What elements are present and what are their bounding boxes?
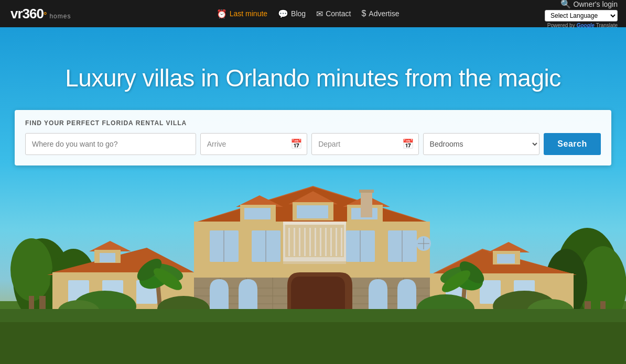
translate-word: Translate: [596, 23, 618, 28]
hero-section: Luxury villas in Orlando minutes from th…: [0, 27, 626, 364]
svg-rect-20: [100, 253, 115, 262]
clock-icon: ⏰: [217, 9, 227, 19]
contact-icon: ✉: [316, 9, 323, 19]
svg-rect-43: [283, 257, 346, 261]
language-select[interactable]: Select Language: [545, 10, 618, 21]
svg-rect-41: [283, 222, 346, 225]
depart-date-wrapper: 📅: [311, 133, 418, 155]
depart-date-input[interactable]: [311, 133, 418, 155]
search-panel: FIND YOUR PERFECT FLORIDA RENTAL VILLA 📅…: [15, 110, 611, 166]
svg-rect-53: [325, 228, 327, 256]
search-panel-label: FIND YOUR PERFECT FLORIDA RENTAL VILLA: [25, 119, 601, 127]
svg-rect-25: [244, 208, 271, 219]
blog-link[interactable]: 💬 Blog: [278, 9, 306, 19]
svg-rect-46: [288, 228, 290, 256]
advertise-link[interactable]: $ Advertise: [361, 9, 399, 18]
svg-rect-45: [344, 225, 346, 261]
contact-link[interactable]: ✉ Contact: [316, 9, 351, 19]
svg-rect-47: [294, 228, 295, 256]
arrive-date-input[interactable]: [200, 133, 307, 155]
blog-label: Blog: [291, 9, 306, 18]
search-button[interactable]: Search: [544, 133, 601, 155]
svg-rect-44: [283, 225, 285, 261]
svg-rect-68: [361, 191, 372, 217]
owner-login-label: Owner's login: [574, 0, 618, 8]
header-right: 🔍 Owner's login Select Language Powered …: [545, 0, 618, 28]
svg-rect-100: [0, 322, 626, 364]
blog-icon: 💬: [278, 9, 288, 19]
svg-rect-50: [309, 228, 311, 256]
svg-rect-56: [341, 228, 342, 256]
owner-icon: 🔍: [560, 0, 571, 9]
svg-rect-55: [336, 228, 337, 256]
translate-area: Select Language: [545, 10, 618, 21]
logo-text: vr360°: [10, 6, 46, 22]
search-fields: 📅 📅 Bedrooms 1 2 3 4 5 6 7 8+ Search: [25, 133, 601, 155]
advertise-label: Advertise: [369, 9, 399, 18]
svg-rect-28: [297, 205, 328, 218]
logo-homes: homes: [49, 13, 71, 20]
svg-point-3: [10, 238, 52, 301]
svg-rect-48: [299, 228, 300, 256]
location-input[interactable]: [25, 133, 196, 155]
last-minute-link[interactable]: ⏰ Last minute: [217, 9, 267, 19]
svg-rect-54: [330, 228, 332, 256]
bedrooms-select[interactable]: Bedrooms 1 2 3 4 5 6 7 8+: [423, 133, 539, 155]
hero-title: Luxury villas in Orlando minutes from th…: [0, 64, 626, 93]
svg-rect-82: [497, 254, 515, 263]
contact-label: Contact: [326, 9, 351, 18]
google-brand: Google: [576, 23, 596, 28]
logo-degree: °: [44, 11, 46, 20]
svg-rect-52: [320, 228, 321, 256]
svg-rect-69: [359, 190, 374, 193]
svg-rect-49: [304, 228, 306, 256]
arrive-date-wrapper: 📅: [200, 133, 307, 155]
owner-login-link[interactable]: 🔍 Owner's login: [560, 0, 618, 9]
header: vr360° homes ⏰ Last minute 💬 Blog ✉ Cont…: [0, 0, 626, 27]
logo[interactable]: vr360° homes: [10, 6, 71, 22]
last-minute-label: Last minute: [230, 9, 267, 18]
svg-rect-51: [315, 228, 316, 256]
powered-by: Powered by Google Translate: [547, 23, 618, 28]
nav-links: ⏰ Last minute 💬 Blog ✉ Contact $ Adverti…: [71, 9, 545, 19]
advertise-icon: $: [361, 9, 366, 18]
